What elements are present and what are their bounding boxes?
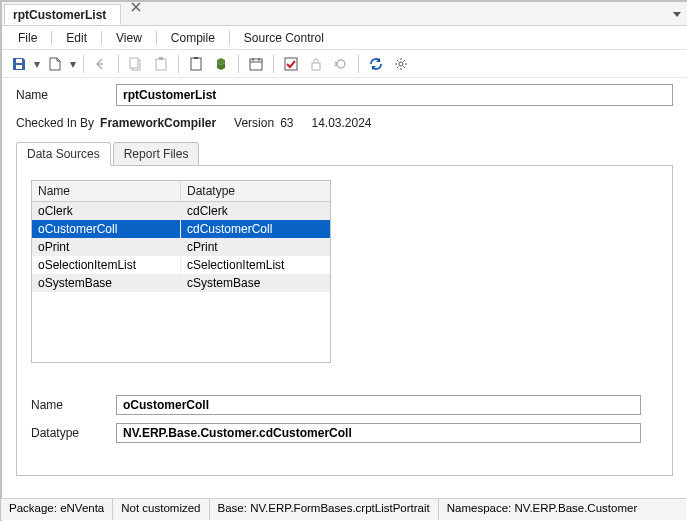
status-package: Package: eNVenta (1, 499, 112, 520)
svg-point-9 (399, 62, 403, 66)
version-date: 14.03.2024 (311, 116, 371, 130)
tab-report-files[interactable]: Report Files (113, 142, 200, 166)
col-name[interactable]: Name (32, 181, 181, 201)
inner-tabs: Data Sources Report Files (16, 142, 673, 166)
menu-compile[interactable]: Compile (161, 29, 225, 47)
cell-name: oClerk (32, 202, 181, 220)
undo-icon (90, 53, 112, 75)
cell-name: oSelectionItemList (32, 256, 181, 274)
save-icon[interactable] (8, 53, 30, 75)
status-bar: Package: eNVenta Not customized Base: NV… (1, 498, 686, 520)
cell-name: oPrint (32, 238, 181, 256)
svg-rect-8 (312, 63, 320, 70)
detail-section: Name Datatype (31, 395, 658, 443)
svg-rect-2 (156, 59, 166, 70)
tab-data-sources[interactable]: Data Sources (16, 142, 111, 166)
form-area: Name Checked In By FrameworkCompiler Ver… (2, 78, 687, 476)
lock-icon (305, 53, 327, 75)
checked-in-by-label: Checked In By (16, 116, 94, 130)
new-icon[interactable] (44, 53, 66, 75)
cell-datatype: cSystemBase (181, 274, 330, 292)
clipboard-icon[interactable] (185, 53, 207, 75)
version-value: 63 (280, 116, 293, 130)
table-row[interactable]: oPrintcPrint (32, 238, 330, 256)
name-label: Name (16, 88, 116, 102)
svg-rect-1 (130, 58, 138, 68)
cell-datatype: cdCustomerColl (181, 220, 330, 238)
check-icon[interactable] (280, 53, 302, 75)
grid-header: Name Datatype (32, 181, 330, 202)
col-datatype[interactable]: Datatype (181, 181, 330, 201)
detail-name-label: Name (31, 398, 116, 412)
tab-overflow-button[interactable] (667, 2, 687, 25)
close-icon[interactable] (127, 2, 145, 25)
copy-icon (125, 53, 147, 75)
cell-name: oCustomerColl (32, 220, 181, 238)
menu-source-control[interactable]: Source Control (234, 29, 334, 47)
table-row[interactable]: oSelectionItemListcSelectionItemList (32, 256, 330, 274)
menu-edit[interactable]: Edit (56, 29, 97, 47)
module-icon[interactable] (210, 53, 232, 75)
menu-file[interactable]: File (8, 29, 47, 47)
status-customized: Not customized (112, 499, 208, 520)
detail-datatype-label: Datatype (31, 426, 116, 440)
revert-icon (330, 53, 352, 75)
toolbar: ▾ ▾ (2, 50, 687, 78)
detail-name-field[interactable] (116, 395, 641, 415)
checked-in-by-value: FrameworkCompiler (100, 116, 216, 130)
save-dropdown[interactable]: ▾ (33, 57, 41, 71)
svg-rect-6 (250, 59, 262, 70)
svg-rect-4 (191, 58, 201, 70)
data-sources-grid[interactable]: Name Datatype oClerkcdClerkoCustomerColl… (31, 180, 331, 363)
new-dropdown[interactable]: ▾ (69, 57, 77, 71)
gear-icon[interactable] (390, 53, 412, 75)
table-row[interactable]: oCustomerCollcdCustomerColl (32, 220, 330, 238)
version-label: Version (234, 116, 274, 130)
table-row[interactable]: oSystemBasecSystemBase (32, 274, 330, 292)
cell-datatype: cSelectionItemList (181, 256, 330, 274)
cell-datatype: cdClerk (181, 202, 330, 220)
menu-view[interactable]: View (106, 29, 152, 47)
status-namespace: Namespace: NV.ERP.Base.Customer (438, 499, 645, 520)
calendar-icon[interactable] (245, 53, 267, 75)
cell-datatype: cPrint (181, 238, 330, 256)
cell-name: oSystemBase (32, 274, 181, 292)
svg-rect-5 (194, 57, 198, 59)
name-field[interactable] (116, 84, 673, 106)
document-tab-strip: rptCustomerList (2, 2, 687, 26)
data-sources-panel: Name Datatype oClerkcdClerkoCustomerColl… (16, 166, 673, 476)
svg-rect-7 (285, 58, 297, 70)
menu-bar: File Edit View Compile Source Control (2, 26, 687, 50)
table-row[interactable]: oClerkcdClerk (32, 202, 330, 220)
svg-rect-3 (159, 57, 163, 60)
document-tab-active[interactable]: rptCustomerList (4, 4, 121, 25)
detail-datatype-field[interactable] (116, 423, 641, 443)
document-tab-title: rptCustomerList (13, 8, 106, 22)
status-base: Base: NV.ERP.FormBases.crptListPortrait (209, 499, 438, 520)
paste-icon (150, 53, 172, 75)
refresh-icon[interactable] (365, 53, 387, 75)
